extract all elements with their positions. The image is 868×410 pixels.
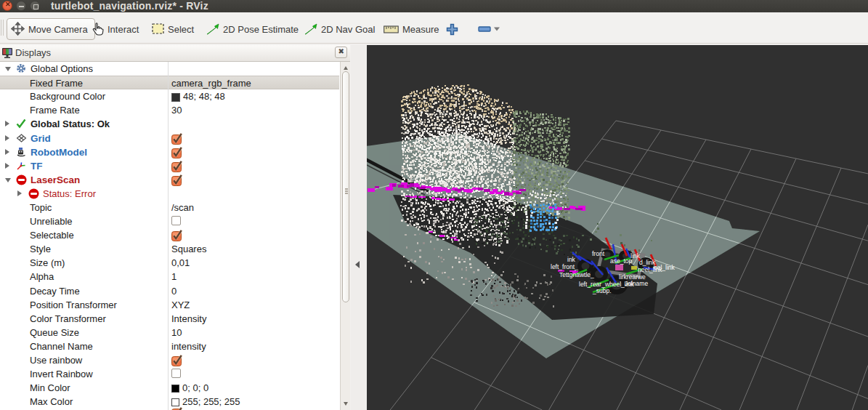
svg-text:ase_top: ase_top bbox=[610, 257, 633, 265]
svg-text:front: front bbox=[592, 250, 605, 257]
svg-text:_subp.: _subp. bbox=[592, 287, 612, 294]
svg-text:Tettgnawtle_: Tettgnawtle_ bbox=[559, 271, 594, 278]
svg-text:eel_link: eel_link bbox=[654, 264, 676, 271]
svg-text:Jolname: Jolname bbox=[625, 280, 648, 287]
svg-text:ink: ink bbox=[567, 256, 576, 263]
svg-text:left_front_: left_front_ bbox=[551, 263, 578, 270]
